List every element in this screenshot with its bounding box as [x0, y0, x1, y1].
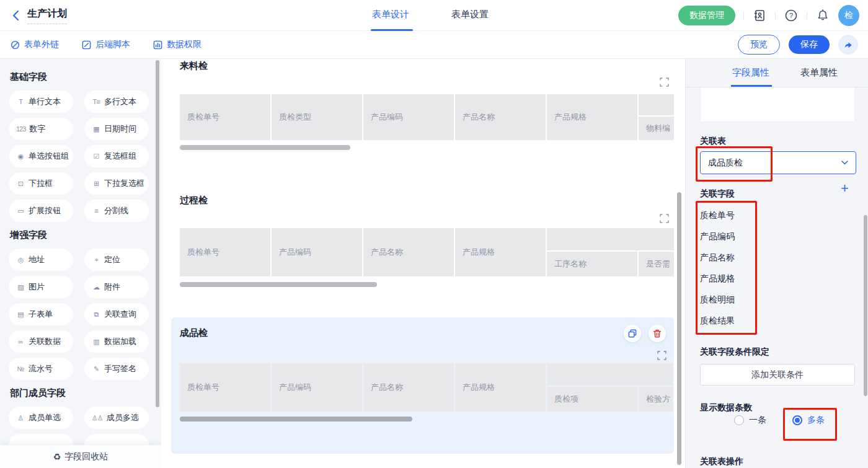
- panel-scrollbar[interactable]: [864, 215, 867, 396]
- field-item-attachment[interactable]: ☁附件: [84, 276, 149, 298]
- field-item-extend-button[interactable]: ▭扩展按钮: [9, 200, 73, 222]
- column-header[interactable]: 产品编码: [272, 363, 362, 412]
- relation-table-select[interactable]: 成品质检: [700, 151, 856, 174]
- tab-form-settings[interactable]: 表单设置: [451, 9, 489, 20]
- expand-icon[interactable]: [657, 351, 666, 360]
- field-item-data-load[interactable]: ▥数据加载: [84, 330, 149, 353]
- table-process-inspection[interactable]: 质检单号 产品编码 产品名称 产品规格 工序名称 是否需: [180, 228, 674, 276]
- column-header[interactable]: 产品编码: [363, 94, 454, 140]
- form-external-link-label: 表单外链: [24, 39, 59, 50]
- table-incoming-inspection[interactable]: 质检单号 质检类型 产品编码 产品名称 产品规格 物料编: [180, 94, 674, 140]
- column-header[interactable]: 产品名称: [455, 94, 546, 140]
- form-external-link[interactable]: 表单外链: [10, 39, 59, 50]
- field-item-member-multi[interactable]: ♙♙成员多选: [84, 407, 149, 429]
- expand-icon[interactable]: [660, 77, 669, 87]
- field-item-datetime[interactable]: ▦日期时间: [84, 118, 149, 140]
- radio-option-multiple[interactable]: 多条: [792, 415, 825, 426]
- relation-field-item[interactable]: 产品规格: [700, 273, 735, 285]
- widget-title-process-inspection[interactable]: 过程检: [180, 195, 208, 206]
- tab-form-properties[interactable]: 表单属性: [800, 67, 838, 79]
- add-relation-field-button[interactable]: +: [841, 182, 849, 195]
- column-header[interactable]: 物料编: [639, 117, 674, 140]
- horizontal-scrollbar[interactable]: [180, 282, 377, 287]
- field-item-signature[interactable]: ✎手写签名: [84, 358, 149, 380]
- back-icon[interactable]: [10, 9, 24, 22]
- field-item-multi-line-text[interactable]: T≡多行文本: [84, 91, 149, 113]
- relation-field-item[interactable]: 质检明细: [700, 294, 735, 306]
- notifications-bell-icon[interactable]: [815, 8, 830, 23]
- field-item-member-single[interactable]: ♙成员单选: [9, 407, 73, 429]
- canvas-vertical-scrollbar[interactable]: [677, 192, 681, 465]
- tab-field-properties[interactable]: 字段属性: [732, 67, 769, 79]
- column-header[interactable]: 是否需: [639, 252, 674, 276]
- data-manage-button[interactable]: 数据管理: [678, 6, 735, 25]
- radio-selected-icon: [792, 415, 802, 425]
- field-recycle-bin[interactable]: ♻ 字段回收站: [0, 445, 161, 468]
- widget-title-finished-product-inspection[interactable]: 成品检: [180, 327, 208, 339]
- script-icon: [81, 40, 92, 50]
- field-item-divider[interactable]: ≡分割线: [84, 200, 149, 222]
- field-item-address[interactable]: ◎地址: [9, 249, 73, 271]
- horizontal-scrollbar[interactable]: [180, 145, 350, 150]
- enhanced-fields-grid: ◎地址 ⌖定位 ▨图片 ☁附件 ▤子表单 ⧉关联查询 ∞关联数据 ▥数据加载 №…: [9, 249, 161, 380]
- column-header[interactable]: 产品编码: [272, 228, 362, 276]
- field-item-radio-group[interactable]: ◉单选按钮组: [9, 145, 73, 167]
- image-icon: ▨: [16, 283, 25, 291]
- field-item-linked-query[interactable]: ⧉关联查询: [84, 303, 149, 325]
- column-header[interactable]: 产品规格: [455, 228, 546, 276]
- field-item-select[interactable]: ⊡下拉框: [9, 172, 73, 195]
- save-button[interactable]: 保存: [789, 35, 830, 54]
- widget-finished-product-inspection-selected[interactable]: 成品检 质检单号 产品编码 产品名称 产品规格 质检项 检验方: [171, 317, 674, 454]
- field-item-checkbox-group[interactable]: ☑复选框组: [84, 145, 149, 167]
- field-item-location[interactable]: ⌖定位: [84, 249, 149, 271]
- data-permission-link[interactable]: 数据权限: [153, 39, 202, 50]
- checkbox-icon: ☑: [92, 152, 100, 161]
- widget-title-incoming-inspection[interactable]: 来料检: [180, 60, 208, 72]
- column-header[interactable]: 工序名称: [547, 252, 637, 276]
- sidebar-scrollbar[interactable]: [156, 60, 159, 407]
- number-icon: 123: [16, 125, 25, 133]
- column-header[interactable]: 产品名称: [363, 228, 454, 276]
- field-item-subform[interactable]: ▤子表单: [9, 303, 73, 325]
- column-header-group[interactable]: [547, 363, 673, 386]
- relation-field-item[interactable]: 产品编码: [700, 231, 735, 242]
- column-header[interactable]: 检验方: [639, 387, 673, 412]
- column-header[interactable]: 质检类型: [272, 94, 362, 140]
- contacts-icon[interactable]: [752, 8, 767, 23]
- field-item-single-line-text[interactable]: T单行文本: [9, 91, 73, 113]
- copy-widget-button[interactable]: [624, 325, 641, 342]
- radio-option-single[interactable]: 一条: [734, 415, 766, 426]
- help-icon[interactable]: ?: [784, 8, 799, 23]
- tab-form-design[interactable]: 表单设计: [372, 9, 409, 20]
- user-avatar[interactable]: 检: [838, 5, 859, 26]
- expand-icon[interactable]: [660, 214, 669, 223]
- relation-field-item[interactable]: 产品名称: [700, 252, 735, 263]
- field-item-number[interactable]: 123数字: [9, 118, 73, 140]
- relation-field-item[interactable]: 质检单号: [700, 210, 735, 221]
- subform-icon: ▤: [16, 311, 25, 319]
- column-header[interactable]: 质检单号: [180, 228, 270, 276]
- field-item-serial-number[interactable]: №流水号: [9, 358, 73, 380]
- column-header[interactable]: 产品规格: [547, 94, 637, 140]
- add-relation-condition-button[interactable]: 添加关联条件: [700, 364, 855, 386]
- table-finished-product-inspection[interactable]: 质检单号 产品编码 产品名称 产品规格 质检项 检验方: [180, 363, 673, 412]
- column-header[interactable]: 产品名称: [363, 363, 454, 412]
- share-button[interactable]: [838, 35, 858, 55]
- column-header[interactable]: 质检项: [547, 387, 637, 412]
- preview-button[interactable]: 预览: [738, 35, 780, 55]
- column-header[interactable]: 质检单号: [180, 363, 270, 412]
- page-title[interactable]: 生产计划: [27, 7, 67, 24]
- horizontal-scrollbar[interactable]: [180, 417, 412, 422]
- backend-script-link[interactable]: 后端脚本: [81, 39, 130, 50]
- column-header[interactable]: 质检单号: [180, 94, 270, 140]
- column-header-group[interactable]: [547, 228, 674, 250]
- field-item-image[interactable]: ▨图片: [9, 276, 73, 298]
- field-property-input-partial[interactable]: [700, 87, 855, 122]
- column-header-group[interactable]: [639, 94, 674, 115]
- delete-widget-button[interactable]: [649, 325, 666, 342]
- column-header[interactable]: 产品规格: [455, 363, 546, 412]
- field-item-multi-select[interactable]: ⊞下拉复选框: [84, 172, 149, 195]
- relation-field-item[interactable]: 质检结果: [700, 316, 735, 327]
- field-item-linked-data[interactable]: ∞关联数据: [9, 330, 73, 353]
- divider: [807, 11, 807, 20]
